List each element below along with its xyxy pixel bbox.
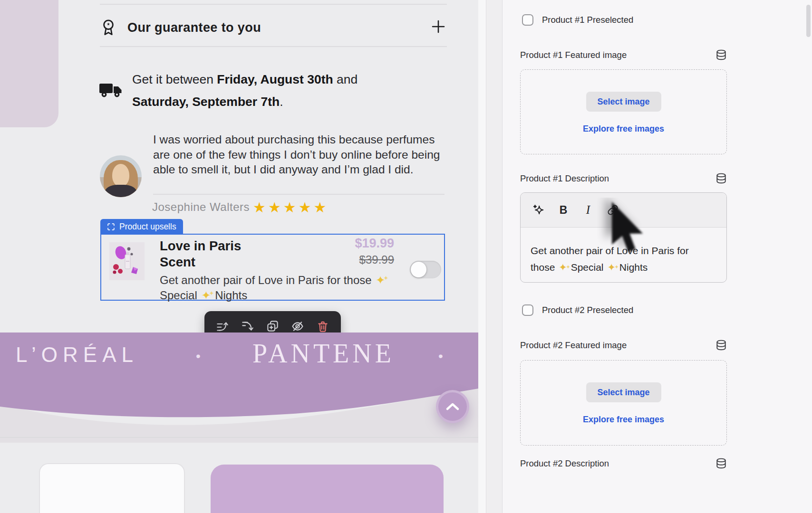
product1-featured-image-label: Product #1 Featured image	[520, 50, 627, 60]
product2-select-image-button[interactable]: Select image	[586, 382, 661, 402]
duplicate-icon[interactable]	[265, 319, 280, 333]
upsell-toggle[interactable]	[410, 261, 441, 278]
move-down-icon[interactable]	[241, 319, 255, 333]
hide-eye-off-icon[interactable]	[290, 319, 305, 333]
product2-description-label: Product #2 Description	[520, 458, 609, 469]
reviewer-avatar	[100, 155, 142, 197]
product2-explore-free-images-link[interactable]: Explore free images	[583, 415, 664, 425]
guarantee-accordion[interactable]: Our guarantee to you	[100, 14, 447, 41]
section-divider	[100, 4, 447, 5]
logo-separator-dot: •	[196, 349, 201, 364]
delivery-text-part: and	[333, 72, 358, 86]
sparkle-emoji: ✦	[376, 274, 385, 286]
dynamic-source-database-icon[interactable]	[715, 339, 728, 352]
product1-description-editor: B I Get another pair of Love in Paris fo…	[520, 192, 727, 283]
dynamic-source-database-icon[interactable]	[715, 49, 728, 61]
product1-select-image-button[interactable]: Select image	[586, 92, 661, 112]
upsell-compare-price: $39.99	[359, 253, 394, 266]
toggle-knob	[411, 262, 426, 277]
delivery-text-part: .	[280, 95, 283, 109]
delete-trash-icon[interactable]	[316, 319, 330, 333]
next-section-button[interactable]	[211, 465, 444, 513]
brand-logo-pantene: PANTENE	[252, 338, 395, 369]
previous-section-card	[0, 0, 58, 127]
review-text: I was worried about purchasing this beca…	[153, 132, 446, 177]
description-value: Get another pair of Love in Paris for th…	[531, 242, 691, 276]
scroll-to-top-button[interactable]	[436, 390, 469, 423]
delivery-text-part: Get it between	[132, 72, 217, 86]
product2-preselected-checkbox[interactable]	[522, 304, 533, 316]
rich-text-toolbar: B I	[521, 193, 726, 228]
accordion-expand-plus-icon[interactable]	[430, 18, 447, 35]
product1-image-dropzone: Select image Explore free images	[520, 69, 727, 154]
product1-description-label: Product #1 Description	[520, 173, 609, 184]
upsell-title: Love in Paris Scent	[160, 238, 276, 270]
settings-panel: Product #1 Preselected Product #1 Featur…	[502, 0, 812, 513]
product2-image-dropzone: Select image Explore free images	[520, 360, 727, 446]
product1-preselected-label: Product #1 Preselected	[542, 15, 633, 25]
ai-sparkle-icon[interactable]	[532, 203, 545, 217]
truck-icon	[99, 80, 124, 100]
link-icon[interactable]	[606, 203, 619, 217]
editor-gutter	[486, 0, 502, 513]
section-divider	[100, 46, 447, 47]
move-up-icon[interactable]	[215, 319, 230, 333]
panel-scrollbar-thumb[interactable]	[806, 5, 811, 37]
dynamic-source-database-icon[interactable]	[715, 457, 728, 470]
product2-featured-image-label: Product #2 Featured image	[520, 340, 627, 351]
upsell-card[interactable]: Love in Paris Scent Get another pair of …	[100, 234, 445, 301]
award-ribbon-icon	[100, 19, 117, 37]
sparkle-emoji: ✦	[201, 289, 211, 302]
product1-preselected-checkbox[interactable]	[522, 14, 533, 26]
chevron-up-icon	[445, 402, 460, 411]
product1-explore-free-images-link[interactable]: Explore free images	[583, 124, 664, 134]
next-section-card	[39, 463, 185, 513]
section-divider	[0, 437, 478, 438]
review-star-rating: ★★★★★	[253, 199, 329, 216]
upsell-description: Get another pair of Love in Paris for th…	[160, 273, 411, 303]
bold-icon[interactable]: B	[557, 203, 570, 217]
brand-logo-loreal: L’ORÉAL	[16, 343, 138, 367]
canvas-scrollbar-track[interactable]	[478, 0, 486, 513]
upsell-product-image	[109, 242, 145, 280]
upsell-price: $19.99	[355, 236, 394, 251]
delivery-date-end: Saturday, September 7th	[132, 95, 280, 109]
logo-separator-dot: •	[438, 349, 443, 364]
selection-tag: Product upsells	[100, 219, 183, 234]
sparkle-emoji: ✦	[559, 262, 567, 273]
delivery-estimate: Get it between Friday, August 30th and S…	[132, 68, 427, 113]
selection-brackets-icon	[107, 223, 115, 231]
description-text-area[interactable]: Get another pair of Love in Paris for th…	[521, 228, 726, 276]
review-divider	[153, 194, 445, 195]
selection-tag-label: Product upsells	[119, 222, 176, 232]
delivery-date-start: Friday, August 30th	[217, 72, 333, 86]
italic-icon[interactable]: I	[581, 203, 595, 217]
guarantee-title: Our guarantee to you	[127, 20, 261, 35]
reviewer-name: Josephine Walters	[152, 200, 250, 214]
dynamic-source-database-icon[interactable]	[715, 172, 728, 185]
storefront-preview: Our guarantee to you Get it between Frid…	[0, 0, 486, 513]
sparkle-emoji: ✦	[607, 262, 616, 273]
product2-preselected-label: Product #2 Preselected	[542, 305, 633, 315]
